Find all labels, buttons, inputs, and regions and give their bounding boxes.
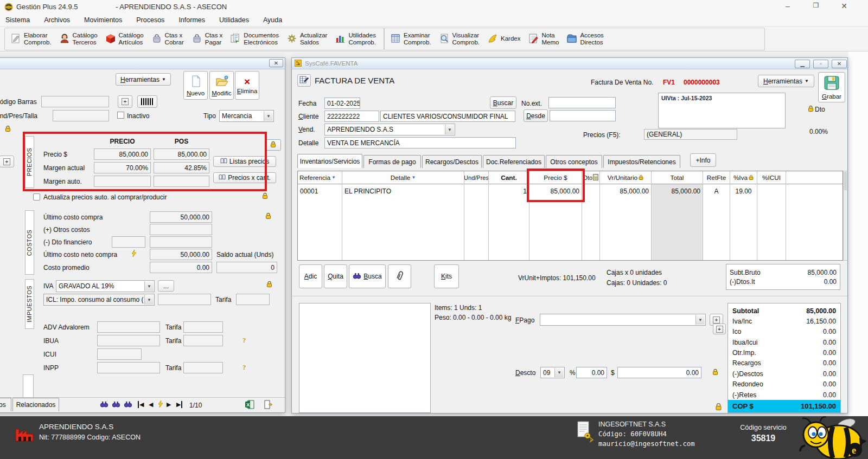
tab-relacionados[interactable]: Relacionados	[12, 398, 59, 411]
search-binoculars-icon[interactable]	[112, 401, 120, 409]
noext-field[interactable]	[548, 97, 616, 108]
nav-first-icon[interactable]: ◀	[138, 401, 144, 408]
precio-pos-field[interactable]: 85,000.00	[154, 148, 209, 160]
toolbar-button-kardex[interactable]: Kardex	[484, 31, 524, 47]
descto-amount-field[interactable]: 0.00	[617, 367, 701, 378]
invoice-view-button[interactable]	[297, 74, 311, 87]
table-cell[interactable]: EL PRINCIPITO	[342, 184, 464, 198]
margen-actual-precio-field[interactable]: 70.00%	[94, 162, 151, 173]
excel-export-icon[interactable]: X	[245, 400, 254, 411]
menu-ayuda[interactable]: Ayuda	[263, 16, 282, 24]
tab-formas-de-pago[interactable]: Formas de pago	[363, 155, 421, 168]
ibua-field[interactable]	[97, 335, 160, 346]
table-cell[interactable]	[582, 184, 599, 198]
tab-inventarios-servicios[interactable]: Inventarios/Servicios	[297, 154, 362, 168]
toolbar-button-accesos-directos[interactable]: AccesosDirectos	[563, 30, 607, 48]
menu-sistema[interactable]: Sistema	[5, 16, 30, 24]
nav-prev-icon[interactable]: ◀	[149, 401, 153, 408]
minimize-icon[interactable]: ▁	[795, 60, 810, 68]
margen-actual-pos-field[interactable]: 42.85%	[154, 162, 209, 173]
nav-last-icon[interactable]: ▶	[176, 401, 182, 408]
table-header-cell[interactable]: Detalle▼	[342, 171, 464, 184]
precios-x-cant-button[interactable]: Precios x cant.	[213, 172, 276, 183]
table-header-cell[interactable]: %Iva	[730, 171, 757, 184]
ibua-tarifa-field[interactable]	[183, 335, 223, 346]
table-cell[interactable]: 19.00	[730, 184, 757, 198]
restore-button[interactable]: ❐	[808, 2, 824, 9]
attach-button[interactable]	[388, 264, 411, 288]
toolbar-button-catalogo-terceros[interactable]: CatálogoTerceros	[56, 30, 101, 48]
expand-plus-button[interactable]: +	[713, 324, 726, 334]
dto-financiero-field[interactable]	[150, 236, 212, 248]
kits-button[interactable]: Kits	[434, 264, 459, 288]
vend-select[interactable]: APRENDIENDO S.A.S ▼	[324, 124, 455, 135]
precio-precio-field[interactable]: 85,000.00	[94, 148, 151, 160]
menu-archivos[interactable]: Archivos	[44, 16, 70, 24]
lightning-icon[interactable]	[158, 400, 163, 409]
fpago-select[interactable]: ▼	[540, 314, 706, 326]
iva-more-button[interactable]: ...	[158, 280, 174, 292]
inactivo-checkbox[interactable]	[117, 112, 124, 119]
auto-update-checkbox[interactable]	[33, 193, 40, 201]
toolbar-button-catalogo-articulos[interactable]: CatálogoArtículos	[102, 30, 147, 48]
notes-panel[interactable]	[299, 303, 431, 413]
toolbar-button-documentos-electronicos[interactable]: DocumentosElectrónicos	[227, 30, 282, 48]
barcode-button[interactable]	[137, 95, 157, 108]
desde-field[interactable]	[550, 110, 616, 121]
delete-button[interactable]: × Elimina	[235, 71, 259, 100]
table-cell[interactable]: 85,000.00	[529, 184, 582, 198]
ultimo-costo-field[interactable]: 50,000.00	[150, 211, 212, 223]
table-header-cell[interactable]: Referencia▼	[298, 171, 342, 184]
busca-button[interactable]: Busca	[349, 264, 386, 288]
toolbar-button-visualizar-comprob[interactable]: VisualizarComprob.	[436, 30, 483, 48]
help-question-icon[interactable]: ?	[242, 336, 246, 345]
dto-financiero-pct-field[interactable]	[112, 236, 145, 248]
und-pres-talla-input[interactable]	[53, 110, 109, 121]
tab-otros-conceptos[interactable]: Otros conceptos	[546, 155, 602, 168]
close-icon[interactable]: ✕	[832, 60, 847, 68]
adv-field[interactable]	[97, 321, 160, 333]
table-cell[interactable]: 00001	[298, 184, 342, 198]
inpp-field[interactable]	[97, 362, 160, 373]
toolbar-button-elaborar-comprob[interactable]: ElaborarComprob.	[7, 30, 55, 48]
table-header-cell[interactable]: %ICUI	[757, 171, 786, 184]
table-header-cell[interactable]: Vr/Unitario	[600, 171, 651, 184]
iva-select[interactable]: GRAVADO AL 19% ▼	[56, 280, 155, 292]
costo-promedio-field[interactable]: 0.00	[150, 262, 212, 273]
cliente-id-field[interactable]: 222222222	[324, 111, 379, 122]
table-cell[interactable]: 85,000.00	[652, 184, 703, 198]
table-cell[interactable]: 1	[489, 184, 529, 198]
cliente-name-field[interactable]: CLIENTES VARIOS/CONSUMIDOR FINAL	[380, 111, 515, 122]
exit-door-icon[interactable]	[264, 400, 273, 411]
modify-button[interactable]: Modific	[209, 71, 234, 100]
listas-precios-button[interactable]: Listas precios	[213, 156, 276, 167]
icui-field[interactable]	[97, 348, 142, 360]
table-header-cell[interactable]: RetFte	[703, 171, 730, 184]
table-header-cell[interactable]: Precio $	[529, 171, 582, 184]
menu-procesos[interactable]: Procesos	[136, 16, 164, 24]
toolbar-button-actualizar-saldos[interactable]: ActualizarSaldos	[283, 30, 331, 48]
app-titlebar[interactable]: Gestión Plus 24.9.5 - APRENDIENDO S.A.S …	[0, 0, 868, 14]
buscar-button[interactable]: Buscar	[490, 96, 516, 109]
table-header-cell[interactable]: Und/Pres	[464, 171, 488, 184]
otros-costos-field[interactable]	[150, 224, 212, 235]
descto-pct-field[interactable]: 0.00	[576, 367, 607, 378]
table-scrollbar[interactable]	[843, 171, 848, 261]
impuestos-section-tab[interactable]: IMPUESTOS	[25, 279, 34, 329]
minimize-button[interactable]: –	[780, 2, 796, 10]
fecha-field[interactable]: 01-02-2025	[324, 98, 360, 109]
info-button[interactable]: +Info	[690, 153, 716, 167]
costo-neto-field[interactable]: 50,000.00	[150, 249, 212, 260]
table-cell[interactable]	[464, 184, 488, 198]
adic-button[interactable]: Adic	[299, 264, 322, 288]
saldo-actual-field[interactable]: 0	[216, 262, 277, 273]
table-cell[interactable]: 85,000.00	[600, 184, 651, 198]
table-cell[interactable]	[757, 184, 786, 198]
icl-select[interactable]: ICL: Impo. consumo al consumo ( ▼	[43, 294, 155, 306]
toolbar-button-utilidades-comprob[interactable]: UtilidadesComprob.	[331, 30, 379, 48]
table-cell[interactable]: A	[703, 184, 730, 198]
close-icon[interactable]: ✕	[269, 59, 283, 67]
icl-tarifa-field[interactable]	[236, 294, 270, 305]
table-header-cell[interactable]: Dto	[582, 171, 599, 184]
menu-informes[interactable]: Informes	[178, 16, 205, 24]
